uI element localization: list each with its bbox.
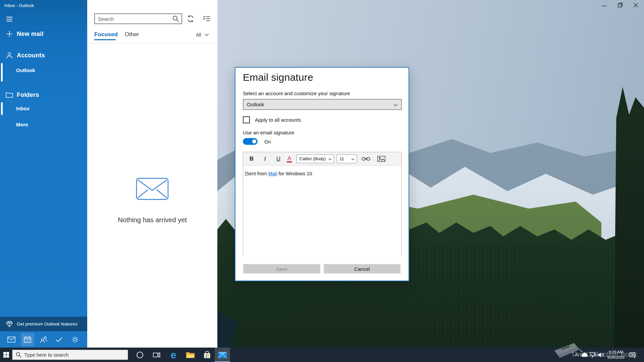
restore-button[interactable] xyxy=(612,0,628,10)
file-explorer-button[interactable] xyxy=(182,348,198,362)
signature-suffix: for Windows 10 xyxy=(277,171,312,176)
account-select[interactable]: Outlook xyxy=(243,99,402,110)
apply-all-row: Apply to all accounts xyxy=(243,116,301,123)
edge-icon: e xyxy=(171,350,176,360)
tray-caret-button[interactable] xyxy=(572,348,580,362)
link-icon xyxy=(362,156,370,162)
nav-calendar-button[interactable] xyxy=(21,333,34,346)
dialog-subtitle: Select an account and customize your sig… xyxy=(243,90,350,96)
save-button[interactable]: Save xyxy=(243,264,320,274)
mail-search-input[interactable] xyxy=(95,16,172,22)
taskbar-search-box[interactable] xyxy=(12,350,128,360)
close-button[interactable] xyxy=(628,0,644,10)
cortana-button[interactable] xyxy=(132,348,148,362)
start-icon xyxy=(3,352,9,358)
signature-toggle[interactable] xyxy=(243,138,258,145)
bold-button[interactable]: B xyxy=(246,153,257,165)
underline-button[interactable]: U xyxy=(273,153,284,165)
search-icon xyxy=(16,352,21,358)
image-icon xyxy=(377,156,385,162)
settings-gear-icon xyxy=(71,336,79,343)
font-name-select[interactable]: Calibri (Body) xyxy=(297,155,334,163)
premium-banner[interactable]: Get premium Outlook features xyxy=(0,317,87,331)
bottom-nav-row xyxy=(0,331,87,348)
todo-check-icon xyxy=(56,337,63,342)
tab-other[interactable]: Other xyxy=(125,31,139,38)
nav-settings-button[interactable] xyxy=(68,333,82,346)
window-title: Inbox - Outlook xyxy=(4,3,34,8)
sync-button[interactable] xyxy=(185,14,196,24)
formatting-toolbar: B I U A Calibri (Body) 11 xyxy=(243,152,401,166)
apply-all-checkbox[interactable] xyxy=(243,116,250,123)
cortana-icon xyxy=(136,351,144,359)
chevron-down-icon xyxy=(205,34,209,36)
chevron-down-icon xyxy=(328,156,332,161)
folder-icon xyxy=(5,92,13,98)
empty-state-message: Nothing has arrived yet xyxy=(87,216,217,224)
hamburger-menu-button[interactable] xyxy=(0,13,87,25)
calendar-icon xyxy=(24,336,31,343)
font-size-value: 11 xyxy=(339,156,344,161)
signature-mail-link[interactable]: Mail xyxy=(268,171,277,176)
store-icon xyxy=(203,351,211,359)
italic-button[interactable]: I xyxy=(259,153,271,165)
signature-prefix: Sent from xyxy=(246,171,268,176)
cancel-button[interactable]: Cancel xyxy=(324,264,401,274)
minimize-icon xyxy=(602,3,606,7)
selection-indicator xyxy=(1,102,3,115)
font-color-button[interactable]: A xyxy=(287,155,292,163)
onedrive-tray-button[interactable] xyxy=(580,348,589,362)
insert-link-button[interactable] xyxy=(360,153,372,165)
toggle-knob xyxy=(252,139,256,143)
account-select-value: Outlook xyxy=(247,102,264,107)
signature-text-area[interactable]: Sent from Mail for Windows 10 xyxy=(243,166,401,257)
task-view-button[interactable] xyxy=(149,348,164,362)
chevron-down-icon xyxy=(351,156,355,161)
restore-icon xyxy=(618,3,623,7)
nav-people-button[interactable] xyxy=(37,333,50,346)
minimize-button[interactable] xyxy=(596,0,612,10)
list-divider xyxy=(87,43,217,43)
network-tray-button[interactable] xyxy=(589,348,597,362)
premium-banner-label: Get premium Outlook features xyxy=(17,321,77,326)
volume-tray-button[interactable] xyxy=(597,348,605,362)
nav-todo-button[interactable] xyxy=(53,333,66,346)
edge-button[interactable]: e xyxy=(166,348,181,362)
volume-icon xyxy=(598,352,604,358)
start-button[interactable] xyxy=(0,348,12,362)
nav-mail-button[interactable] xyxy=(5,333,18,346)
apply-all-label[interactable]: Apply to all accounts xyxy=(255,117,301,123)
selection-mode-button[interactable] xyxy=(202,14,212,24)
file-explorer-icon xyxy=(186,351,195,358)
accounts-header-label: Accounts xyxy=(17,52,45,59)
action-center-button[interactable] xyxy=(627,348,637,362)
sidebar-item-outlook-account[interactable]: Outlook xyxy=(0,64,87,76)
accounts-header[interactable]: Accounts xyxy=(0,50,87,61)
clock-date: 9/26/2020 xyxy=(607,355,624,360)
message-list-pane: Focused Other All Nothing has arrived ye… xyxy=(87,0,217,348)
sidebar-item-more[interactable]: More xyxy=(0,118,87,130)
mail-icon xyxy=(7,337,15,343)
tab-focused[interactable]: Focused xyxy=(94,31,118,38)
sync-icon xyxy=(187,15,194,22)
text-caret xyxy=(245,171,246,176)
dialog-buttons: Save Cancel xyxy=(243,264,400,274)
font-size-select[interactable]: 11 xyxy=(337,155,357,163)
selection-indicator xyxy=(1,63,3,81)
filter-dropdown-value: All xyxy=(196,32,201,38)
taskbar-clock[interactable]: 9:29 AM 9/26/2020 xyxy=(606,348,626,362)
dialog-title: Email signature xyxy=(243,72,313,83)
navigation-sidebar: Inbox - Outlook New mail Accounts Outloo… xyxy=(0,0,87,348)
taskbar-search-input[interactable] xyxy=(21,352,128,358)
store-button[interactable] xyxy=(199,348,215,362)
toggle-state-label: On xyxy=(264,139,271,144)
mail-search-box[interactable] xyxy=(94,13,182,24)
people-icon xyxy=(40,336,47,343)
folders-header[interactable]: Folders xyxy=(0,89,87,101)
sidebar-item-inbox[interactable]: Inbox xyxy=(0,102,87,114)
mail-app-button[interactable] xyxy=(215,348,230,362)
new-mail-button[interactable]: New mail xyxy=(0,28,87,40)
filter-dropdown[interactable]: All xyxy=(196,32,209,38)
folder-label: Inbox xyxy=(16,106,30,111)
insert-image-button[interactable] xyxy=(376,153,387,165)
